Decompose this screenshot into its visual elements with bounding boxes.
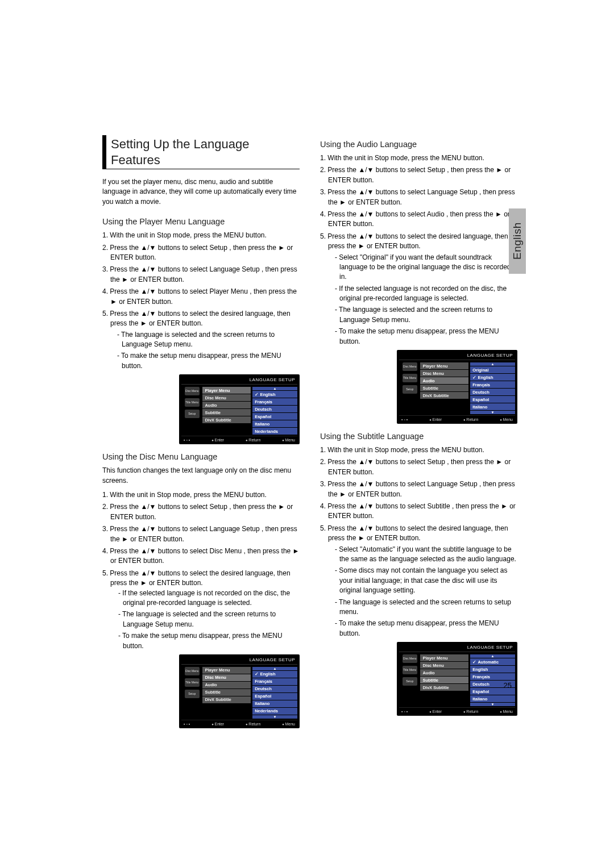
t: buttons to select Subtitle , then press …: [374, 502, 500, 510]
step: 5. Press the ▲/▼ buttons to select the d…: [102, 309, 300, 371]
right-icon: ►: [140, 319, 147, 327]
right-icon: ►: [278, 503, 285, 511]
right-icon: ►: [339, 490, 346, 498]
right-icon: ►: [358, 534, 365, 542]
step: 3. Press the ▲/▼ buttons to select Langu…: [102, 524, 300, 544]
step: 2. Press the ▲/▼ buttons to select Setup…: [320, 165, 517, 185]
step: 4. Press the ▲/▼ buttons to select Audio…: [320, 210, 517, 229]
osd-option: Deutsch: [252, 686, 297, 692]
right-icon: ►: [496, 458, 503, 466]
osd-option: Deutsch: [470, 389, 515, 395]
updown-icon: ▲/▼: [358, 210, 374, 218]
note: - To make the setup menu disappear, pres…: [328, 327, 517, 347]
subheading-audio: Using the Audio Language: [320, 140, 517, 149]
step: 4. Press the ▲/▼ buttons to select Subti…: [320, 502, 517, 521]
t: 5. Press the: [320, 232, 358, 240]
step: 3. Press the ▲/▼ buttons to select Langu…: [320, 479, 517, 499]
right-icon: ►: [122, 276, 128, 283]
subheading-disc-menu: Using the Disc Menu Language: [102, 452, 300, 461]
osd-option: English: [252, 391, 297, 398]
osd-icon: Setup: [403, 385, 417, 394]
step: 3. Press the ▲/▼ buttons to select Langu…: [102, 265, 300, 285]
right-icon: ►: [495, 210, 502, 218]
osd-option: Español: [470, 396, 515, 403]
t: 4. Press the: [320, 210, 358, 218]
osd-foot-label: Return: [246, 438, 260, 442]
osd-menu-item: Player Menu: [202, 387, 251, 394]
osd-icon: Disc Menu: [185, 667, 200, 675]
t: 3. Press the: [320, 480, 358, 488]
page-number: 25: [504, 681, 512, 690]
osd-option: English: [252, 671, 297, 678]
t: 4. Press the: [102, 287, 140, 295]
osd-icon: Disc Menu: [185, 387, 200, 395]
osd-option: Nederlands: [252, 708, 297, 715]
note: - To make the setup menu disappear, pres…: [328, 619, 517, 639]
osd-option: English: [470, 374, 515, 381]
right-icon: ►: [278, 244, 285, 252]
steps-audio: 1. With the unit in Stop mode, press the…: [320, 153, 517, 347]
subheading-player-menu: Using the Player Menu Language: [102, 217, 300, 226]
osd-icon: Setup: [185, 690, 200, 698]
t: or ENTER button.: [346, 490, 402, 498]
osd-menu-item: Disc Menu: [202, 394, 251, 401]
t: or ENTER button.: [365, 242, 421, 250]
t: 2. Press the: [102, 503, 140, 511]
t: or ENTER button.: [128, 535, 184, 543]
disc-menu-intro: This function changes the text language …: [102, 466, 300, 486]
osd-foot-label: Return: [246, 722, 260, 726]
step: 1. With the unit in Stop mode, press the…: [102, 231, 300, 240]
osd-title: LANGUAGE SETUP: [181, 376, 297, 385]
t: or ENTER button.: [128, 276, 184, 283]
osd-menu-item: Disc Menu: [420, 370, 468, 377]
up-arrow-icon: ▲: [252, 667, 297, 670]
updown-icon: ▲/▼: [140, 547, 156, 555]
osd-icon: Title Menu: [403, 374, 417, 382]
section-title: Setting Up the Language Features: [102, 135, 300, 169]
step: 2. Press the ▲/▼ buttons to select Setup…: [102, 243, 300, 263]
t: buttons to select Setup , then press the: [156, 244, 278, 252]
osd-menu-item: Subtitle: [202, 409, 251, 416]
down-arrow-icon: ▼: [252, 715, 297, 719]
up-arrow-icon: ▲: [470, 654, 515, 658]
osd-menu-item: DivX Subtitle: [202, 696, 251, 703]
right-icon: ►: [140, 579, 147, 587]
updown-icon: ▲/▼: [140, 244, 156, 252]
osd-foot-label: Return: [463, 418, 478, 422]
note: - Select "Original" if you want the defa…: [328, 253, 517, 282]
updown-icon: ▲/▼: [140, 310, 156, 318]
steps-disc-menu: 1. With the unit in Stop mode, press the…: [102, 490, 300, 651]
note: - The language is selected and the scree…: [328, 305, 517, 325]
osd-option: Italiano: [470, 403, 515, 410]
osd-menu-item: Player Menu: [420, 362, 468, 369]
language-tab: English: [509, 208, 526, 274]
osd-icon: Disc Menu: [403, 654, 417, 663]
step: 1. With the unit in Stop mode, press the…: [320, 445, 517, 455]
osd-menu-item: DivX Subtitle: [202, 416, 251, 423]
osd-option: Français: [252, 398, 297, 405]
right-icon: ►: [496, 166, 503, 174]
osd-menu-item: Player Menu: [420, 654, 468, 661]
up-arrow-icon: ▲: [470, 362, 515, 366]
t: 5. Press the: [102, 310, 140, 318]
right-icon: ►: [358, 242, 365, 250]
osd-foot-label: Menu: [282, 722, 295, 726]
osd-foot-label: Enter: [429, 710, 442, 713]
t: buttons to select Setup , then press the: [156, 503, 278, 511]
t: 2. Press the: [102, 244, 140, 252]
osd-menu-item: Disc Menu: [420, 662, 468, 669]
updown-icon: ▲/▼: [358, 524, 374, 532]
osd-option: Deutsch: [252, 406, 297, 412]
section-intro: If you set the player menu, disc menu, a…: [102, 177, 300, 207]
right-icon: ►: [339, 198, 346, 206]
note: - The language is selected and the scree…: [110, 330, 300, 350]
subheading-subtitle: Using the Subtitle Language: [320, 432, 517, 441]
right-icon: ►: [110, 298, 117, 306]
osd-menu-item: Audio: [202, 682, 251, 688]
steps-player-menu: 1. With the unit in Stop mode, press the…: [102, 231, 300, 371]
osd-menu-item: Subtitle: [420, 677, 468, 683]
t: buttons to select Disc Menu , then press…: [156, 547, 292, 555]
t: 4. Press the: [102, 547, 140, 555]
osd-title: LANGUAGE SETUP: [399, 644, 515, 652]
note: - To make the setup menu disappear, pres…: [110, 631, 300, 651]
